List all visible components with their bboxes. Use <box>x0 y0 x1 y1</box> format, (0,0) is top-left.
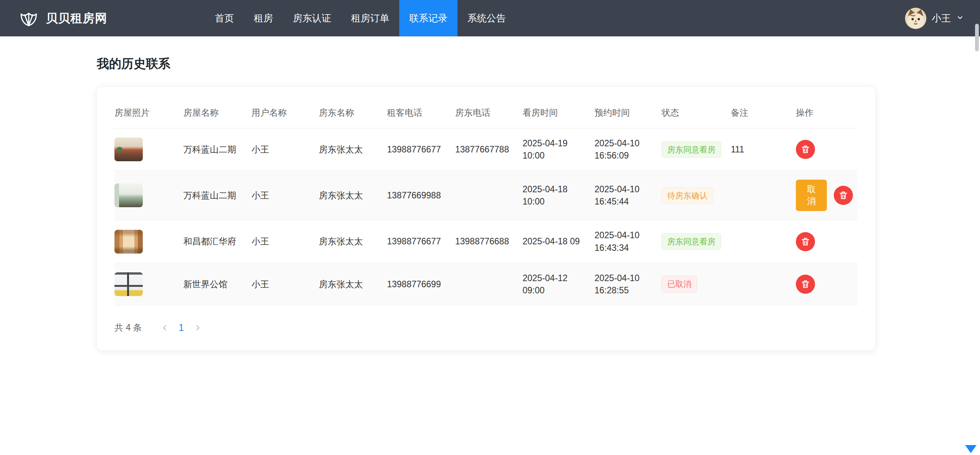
nav-item-landlord-verify[interactable]: 房东认证 <box>283 0 341 36</box>
col-landlord-name: 房东名称 <box>319 97 387 128</box>
tenant-phone-cell: 13988776677 <box>387 220 455 263</box>
table-row: 和昌都汇华府 小王 房东张太太 13988776677 13988776688 … <box>114 220 858 263</box>
user-name-cell: 小王 <box>252 263 319 305</box>
col-house-photo: 房屋照片 <box>114 97 183 128</box>
house-photo-cell <box>114 220 183 263</box>
page-title: 我的历史联系 <box>97 56 980 72</box>
house-name-cell: 万科蓝山二期 <box>183 128 252 171</box>
status-badge: 房东同意看房 <box>662 141 721 158</box>
view-time-cell: 2025-04-18 09 <box>523 220 595 263</box>
shell-logo-icon <box>18 7 39 29</box>
landlord-phone-cell <box>455 263 523 305</box>
booking-time-cell: 2025-04-10 16:28:55 <box>595 263 662 305</box>
status-cell: 已取消 <box>662 263 731 305</box>
cancel-button[interactable]: 取消 <box>796 180 827 211</box>
user-name-cell: 小王 <box>252 220 319 263</box>
status-cell: 房东同意看房 <box>662 220 731 263</box>
nav-item-rental-orders[interactable]: 租房订单 <box>341 0 399 36</box>
trash-icon <box>800 144 810 154</box>
delete-button[interactable] <box>796 140 815 159</box>
nav-item-home[interactable]: 首页 <box>205 0 244 36</box>
table-header-row: 房屋照片 房屋名称 用户名称 房东名称 租客电话 房东电话 看房时间 预约时间 … <box>114 97 858 128</box>
house-photo <box>114 272 143 296</box>
user-name-cell: 小王 <box>252 128 319 171</box>
main-nav: 首页 租房 房东认证 租房订单 联系记录 系统公告 <box>205 0 516 36</box>
prev-page-button[interactable] <box>160 324 169 332</box>
col-note: 备注 <box>731 97 796 128</box>
landlord-name-cell: 房东张太太 <box>319 263 387 305</box>
landlord-name-cell: 房东张太太 <box>319 128 387 171</box>
note-cell <box>731 171 796 220</box>
col-booking-time: 预约时间 <box>595 97 662 128</box>
house-photo <box>114 230 143 254</box>
table-row: 万科蓝山二期 小王 房东张太太 13877669988 2025-04-18 1… <box>114 171 858 220</box>
status-badge: 待房东确认 <box>662 187 713 204</box>
chevron-down-icon <box>956 14 964 23</box>
table-row: 新世界公馆 小王 房东张太太 13988776699 2025-04-12 09… <box>114 263 858 305</box>
house-name-cell: 和昌都汇华府 <box>183 220 252 263</box>
house-photo-cell <box>114 263 183 305</box>
note-cell <box>731 263 796 305</box>
scroll-down-indicator <box>965 445 977 453</box>
col-actions: 操作 <box>796 97 858 128</box>
navbar: 贝贝租房网 首页 租房 房东认证 租房订单 联系记录 系统公告 <box>0 0 980 36</box>
house-name-cell: 万科蓝山二期 <box>183 171 252 220</box>
contact-history-card: 房屋照片 房屋名称 用户名称 房东名称 租客电话 房东电话 看房时间 预约时间 … <box>97 87 875 350</box>
table-row: 万科蓝山二期 小王 房东张太太 13988776677 13877667788 … <box>114 128 858 171</box>
status-cell: 房东同意看房 <box>662 128 731 171</box>
user-name-cell: 小王 <box>252 171 319 220</box>
view-time-cell: 2025-04-19 10:00 <box>523 128 595 171</box>
status-badge: 房东同意看房 <box>662 233 721 250</box>
actions-cell: 取消 <box>796 220 858 263</box>
table-body: 万科蓝山二期 小王 房东张太太 13988776677 13877667788 … <box>114 128 858 306</box>
col-house-name: 房屋名称 <box>183 97 252 128</box>
status-badge: 已取消 <box>662 276 697 292</box>
scrollbar-thumb[interactable] <box>975 24 979 51</box>
user-menu[interactable]: 小王 <box>905 0 980 36</box>
user-name: 小王 <box>932 12 951 25</box>
trash-icon <box>800 237 810 247</box>
landlord-phone-cell: 13877667788 <box>455 128 523 171</box>
note-cell <box>731 220 796 263</box>
delete-button[interactable] <box>796 232 815 251</box>
house-photo <box>114 183 143 207</box>
col-status: 状态 <box>662 97 731 128</box>
next-page-button[interactable] <box>194 324 202 332</box>
booking-time-cell: 2025-04-10 16:45:44 <box>595 171 662 220</box>
nav-item-contact-records[interactable]: 联系记录 <box>399 0 457 36</box>
landlord-name-cell: 房东张太太 <box>319 171 387 220</box>
actions-cell: 取消 <box>796 128 858 171</box>
avatar <box>905 8 926 29</box>
col-view-time: 看房时间 <box>523 97 595 128</box>
landlord-name-cell: 房东张太太 <box>319 220 387 263</box>
brand[interactable]: 贝贝租房网 <box>0 0 107 36</box>
tenant-phone-cell: 13877669988 <box>387 171 455 220</box>
actions-cell: 取消 <box>796 263 858 305</box>
col-user-name: 用户名称 <box>252 97 319 128</box>
house-photo <box>114 137 143 161</box>
booking-time-cell: 2025-04-10 16:43:34 <box>595 220 662 263</box>
main-content: 我的历史联系 房屋照片 房屋名称 用户名称 房东名称 租客电话 房东电话 看房时… <box>0 56 980 350</box>
actions-cell: 取消 <box>796 171 858 220</box>
col-landlord-phone: 房东电话 <box>455 97 523 128</box>
nav-item-announcements[interactable]: 系统公告 <box>457 0 516 36</box>
view-time-cell: 2025-04-18 10:00 <box>523 171 595 220</box>
nav-item-rent[interactable]: 租房 <box>244 0 283 36</box>
tenant-phone-cell: 13988776677 <box>387 128 455 171</box>
landlord-phone-cell <box>455 171 523 220</box>
delete-button[interactable] <box>834 186 853 205</box>
house-photo-cell <box>114 128 183 171</box>
page-number-1[interactable]: 1 <box>179 322 184 333</box>
pagination: 共 4 条 1 <box>114 322 858 334</box>
view-time-cell: 2025-04-12 09:00 <box>523 263 595 305</box>
house-name-cell: 新世界公馆 <box>183 263 252 305</box>
status-cell: 待房东确认 <box>662 171 731 220</box>
trash-icon <box>800 279 810 289</box>
contacts-table: 房屋照片 房屋名称 用户名称 房东名称 租客电话 房东电话 看房时间 预约时间 … <box>114 97 858 306</box>
house-photo-cell <box>114 171 183 220</box>
col-tenant-phone: 租客电话 <box>387 97 455 128</box>
delete-button[interactable] <box>796 275 815 294</box>
tenant-phone-cell: 13988776699 <box>387 263 455 305</box>
total-count: 共 4 条 <box>114 322 142 334</box>
trash-icon <box>838 190 848 200</box>
